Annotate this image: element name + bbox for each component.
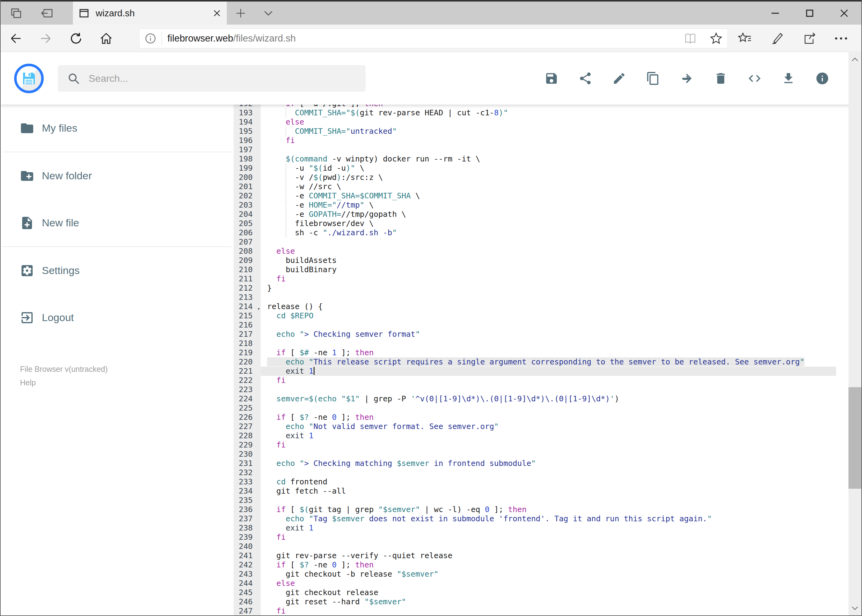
code-line[interactable]: 230 [233,449,861,459]
code-line[interactable]: 219 if [ $# -ne 1 ]; then [233,348,861,357]
code-line[interactable]: 197 [233,145,861,154]
window-maximize-button[interactable] [793,2,827,25]
scroll-down-icon[interactable] [848,601,861,615]
code-line[interactable]: 195 COMMIT_SHA="untracked" [233,127,861,136]
code-line[interactable]: 232 [233,468,861,477]
address-bar[interactable]: filebrowser.web/files/wizard.sh [139,28,728,48]
code-line[interactable]: 234 git fetch --all [233,487,861,496]
delete-button[interactable] [714,71,728,85]
code-line[interactable]: 239 fi [233,533,861,542]
code-line[interactable]: 214▾release () { [233,302,861,311]
code-line[interactable]: 222 fi [233,376,861,385]
code-line[interactable]: 227 echo "Not valid semver format. See s… [233,422,861,431]
search-box[interactable] [58,65,366,92]
code-line[interactable]: 231 echo "> Checking matching $semver in… [233,459,861,468]
code-line[interactable]: 243 git checkout -b release "$semver" [233,570,861,579]
code-line[interactable]: 198 $(command -v winpty) docker run --rm… [233,154,861,163]
code-line[interactable]: 229 fi [233,440,861,449]
code-line[interactable]: 244 else [233,579,861,588]
code-line[interactable]: 208 else [233,247,861,256]
code-line[interactable]: 210 buildBinary [233,265,861,274]
code-line[interactable]: 225 [233,404,861,413]
code-line[interactable]: 209 buildAssets [233,256,861,265]
code-line[interactable]: 220 echo "This release script requires a… [233,357,861,366]
code-line[interactable]: 212} [233,284,861,293]
window-minimize-button[interactable] [758,2,793,25]
scrollbar-thumb[interactable] [848,387,861,489]
code-line[interactable]: 203 -e HOME="//tmp" \ [233,201,861,210]
scroll-up-icon[interactable] [848,52,861,66]
code-line[interactable]: 223 [233,385,861,394]
set-tabs-aside-button[interactable] [32,2,62,25]
code-line[interactable]: 226 if [ $? -ne 0 ]; then [233,413,861,422]
copy-button[interactable] [646,71,660,85]
info-button[interactable] [815,71,829,85]
back-button[interactable] [1,32,31,45]
code-line[interactable]: 246 git reset --hard "$semver" [233,597,861,607]
code-line[interactable]: 213 [233,293,861,302]
save-button[interactable] [544,71,559,85]
code-line[interactable]: 211 fi [233,274,861,284]
new-tab-button[interactable] [227,2,255,25]
sidebar-item-my-files[interactable]: My files [1,105,233,152]
code-line[interactable]: 199 -u "$(id -u)" \ [233,163,861,173]
share-button[interactable] [578,71,593,85]
code-line[interactable]: 200 -v /$(pwd):/src:z \ [233,173,861,182]
forward-button[interactable] [31,32,61,45]
code-line[interactable]: 245 git checkout release [233,588,861,597]
code-line[interactable]: 196 fi [233,136,861,145]
edit-button[interactable] [612,71,626,85]
share-page-button[interactable] [793,32,825,45]
sidebar-item-settings[interactable]: Settings [1,247,233,294]
move-button[interactable] [680,71,694,85]
code-view-button[interactable] [747,71,762,85]
site-info-icon[interactable] [144,32,157,45]
browser-tab[interactable]: wizard.sh [73,2,227,25]
tab-list-button[interactable] [255,2,282,25]
code-line[interactable]: 207 [233,237,861,247]
url-text[interactable]: filebrowser.web/files/wizard.sh [167,33,296,44]
code-line[interactable]: 235 [233,496,861,505]
sidebar-item-logout[interactable]: Logout [1,294,233,341]
code-line[interactable]: 241 git rev-parse --verify --quiet relea… [233,551,861,560]
code-line[interactable]: 206 sh -c "./wizard.sh -b" [233,228,861,237]
code-line[interactable]: 228 exit 1 [233,431,861,440]
help-link[interactable]: Help [20,376,108,389]
search-input[interactable] [89,73,335,84]
code-line[interactable]: 242 if [ $? -ne 0 ]; then [233,560,861,570]
code-line[interactable]: 205 filebrowser/dev \ [233,219,861,228]
code-line[interactable]: 247 fi [233,607,861,616]
web-notes-button[interactable] [761,32,793,45]
code-line[interactable]: 240 [233,542,861,551]
window-close-button[interactable] [827,2,861,25]
code-line[interactable]: 192 if [ -d /.git ]; then [233,105,861,108]
code-line[interactable]: 233 cd frontend [233,477,861,487]
code-line[interactable]: 194 else [233,118,861,127]
code-line[interactable]: 202 -e COMMIT_SHA=$COMMIT_SHA \ [233,191,861,201]
code-line[interactable]: 218 [233,339,861,348]
code-line[interactable]: 237 echo "Tag $semver does not exist in … [233,514,861,523]
vertical-scrollbar[interactable] [848,52,861,615]
home-button[interactable] [91,32,121,45]
sidebar-item-new-folder[interactable]: New folder [1,152,233,199]
code-line[interactable]: 221 exit 1 [233,366,861,376]
reading-view-icon[interactable] [683,33,697,44]
tab-preview-button[interactable] [1,2,32,25]
favorite-star-icon[interactable] [710,32,723,45]
code-line[interactable]: 224 semver=$(echo "$1" | grep -P '^v(0|[… [233,394,861,404]
code-line[interactable]: 216 [233,321,861,330]
favorites-hub-button[interactable] [729,32,761,45]
code-line[interactable]: 238 exit 1 [233,523,861,533]
code-line[interactable]: 215 cd $REPO [233,311,861,321]
code-line[interactable]: 236 if [ $(git tag | grep "$semver" | wc… [233,505,861,514]
more-options-button[interactable] [825,32,857,45]
code-line[interactable]: 201 -w //src \ [233,182,861,191]
code-editor[interactable]: 192 if [ -d /.git ]; then193 COMMIT_SHA=… [233,105,861,616]
code-line[interactable]: 204 -e GOPATH=//tmp/gopath \ [233,210,861,219]
code-line[interactable]: 193 COMMIT_SHA="$(git rev-parse HEAD | c… [233,108,861,118]
sidebar-item-new-file[interactable]: New file [1,199,233,246]
tab-close-icon[interactable] [213,9,221,17]
download-button[interactable] [782,71,796,85]
refresh-button[interactable] [61,32,91,45]
code-line[interactable]: 217 echo "> Checking semver format" [233,330,861,339]
